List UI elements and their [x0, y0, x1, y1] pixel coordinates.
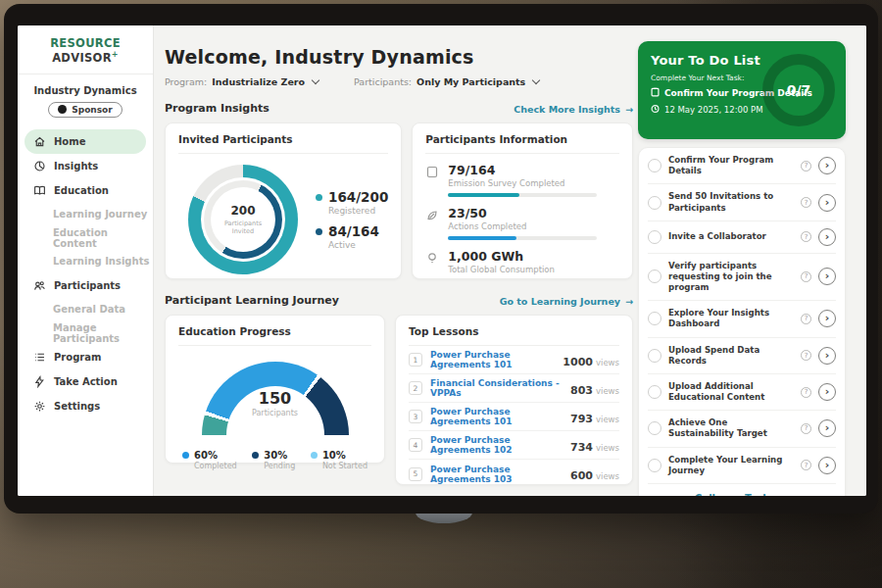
participants-information-title: Participants Information: [425, 133, 619, 154]
sidebar-item-settings[interactable]: Settings: [18, 394, 153, 418]
lesson-views: 1000: [563, 356, 593, 368]
sidebar-item-manage-participants[interactable]: Manage Participants: [18, 321, 153, 345]
sidebar-item-label: Education Content: [53, 227, 153, 249]
chevron-right-icon[interactable]: ›: [818, 228, 836, 246]
sidebar-item-label: Program: [54, 352, 101, 363]
help-icon[interactable]: ?: [801, 350, 811, 361]
task-row-confirm-program[interactable]: Confirm Your Program Details ? ›: [648, 148, 836, 184]
gear-icon: [32, 399, 46, 413]
task-checkbox[interactable]: [648, 196, 662, 210]
sidebar-item-participants[interactable]: Participants: [18, 273, 153, 298]
program-filter[interactable]: Program: Industrialize Zero: [165, 76, 318, 87]
survey-icon: [425, 166, 439, 178]
task-row-send-invitations[interactable]: Send 50 Invitations to Participants ? ›: [648, 184, 836, 220]
lesson-link[interactable]: Power Purchase Agreements 101: [430, 350, 555, 369]
monitor-bezel: RESOURCE ADVISOR+ Industry Dynamics Spon…: [4, 4, 878, 514]
task-checkbox[interactable]: [648, 459, 662, 472]
sidebar-item-general-data[interactable]: General Data: [18, 298, 153, 321]
task-checkbox[interactable]: [648, 349, 662, 363]
task-label: Send 50 Invitations to Participants: [668, 191, 794, 213]
todo-task-list: Confirm Your Program Details ? › Send 50…: [638, 147, 846, 496]
participants-filter-label: Participants:: [354, 76, 412, 87]
sidebar-item-learning-insights[interactable]: Learning Insights: [18, 250, 153, 273]
completed-dot-icon: [182, 452, 189, 459]
chevron-right-icon[interactable]: ›: [818, 347, 836, 365]
chevron-right-icon[interactable]: ›: [818, 310, 836, 327]
chevron-right-icon[interactable]: ›: [818, 194, 836, 212]
lesson-link[interactable]: Financial Considerations - VPPAs: [430, 378, 563, 398]
task-row-verify-participants[interactable]: Verify participants requesting to join t…: [648, 254, 836, 302]
help-icon[interactable]: ?: [801, 423, 811, 434]
task-checkbox[interactable]: [648, 385, 662, 399]
task-row-upload-spend-data[interactable]: Upload Spend Data Records ? ›: [648, 338, 836, 374]
org-name: Industry Dynamics: [18, 85, 153, 96]
sponsor-icon: [58, 105, 67, 114]
sidebar-item-home[interactable]: Home: [24, 129, 146, 154]
consumption-value: 1,000 GWh: [448, 249, 555, 264]
task-row-achieve-target[interactable]: Achieve One Sustainability Target ? ›: [648, 411, 836, 447]
donut-center-value: 200: [230, 204, 255, 218]
collapse-tasks-link[interactable]: Collapse Tasks ∧: [648, 484, 836, 496]
help-icon[interactable]: ?: [801, 314, 811, 324]
sidebar-item-label: Learning Journey: [53, 209, 147, 220]
help-icon[interactable]: ?: [801, 387, 811, 398]
lesson-views-label: views: [596, 358, 619, 368]
help-icon[interactable]: ?: [801, 161, 811, 172]
collapse-caret-icon: ∧: [781, 493, 789, 496]
task-checkbox[interactable]: [648, 230, 662, 244]
top-lessons-card: Top Lessons 1 Power Purchase Agreements …: [395, 315, 633, 485]
chevron-right-icon[interactable]: ›: [818, 419, 836, 437]
help-icon[interactable]: ?: [801, 231, 811, 242]
chevron-right-icon[interactable]: ›: [818, 268, 836, 285]
legend-pending: 30% Pending: [252, 450, 295, 470]
bulb-icon: [425, 252, 439, 265]
check-more-insights-link[interactable]: Check More Insights →: [514, 104, 633, 115]
help-icon[interactable]: ?: [801, 271, 811, 282]
help-icon[interactable]: ?: [801, 460, 811, 470]
sidebar-item-learning-journey[interactable]: Learning Journey: [18, 203, 153, 226]
lesson-link[interactable]: Power Purchase Agreements 102: [430, 435, 563, 455]
sidebar-item-insights[interactable]: Insights: [18, 154, 153, 178]
participants-information-card: Participants Information 79/164 Emission…: [412, 122, 633, 279]
chevron-right-icon[interactable]: ›: [818, 457, 836, 474]
main-column: Welcome, Industry Dynamics Program: Indu…: [165, 25, 633, 496]
sponsor-badge-label: Sponsor: [72, 105, 113, 115]
task-checkbox[interactable]: [648, 159, 662, 172]
clipboard-icon: [651, 87, 660, 99]
sidebar-item-take-action[interactable]: Take Action: [18, 369, 153, 394]
sidebar-item-education-content[interactable]: Education Content: [18, 226, 153, 250]
task-row-complete-learning-journey[interactable]: Complete Your Learning Journey ? ›: [648, 448, 836, 484]
chevron-down-icon: [312, 76, 319, 84]
active-dot-icon: [316, 228, 322, 235]
task-row-upload-educational-content[interactable]: Upload Additional Educational Content ? …: [648, 374, 836, 411]
lesson-rank: 5: [409, 467, 422, 481]
lesson-views: 600: [570, 469, 593, 482]
registered-label: Registered: [328, 206, 388, 216]
gauge-center-value: 150: [202, 389, 349, 408]
insights-icon: [32, 159, 46, 172]
sidebar-item-education[interactable]: Education: [18, 178, 153, 203]
filters-row: Program: Industrialize Zero Participants…: [165, 76, 633, 87]
task-label: Upload Additional Educational Content: [668, 381, 794, 403]
participants-filter[interactable]: Participants: Only My Participants: [354, 76, 539, 87]
todo-summary-card: Your To Do List Complete Your Next Task:…: [638, 41, 846, 139]
lesson-link[interactable]: Power Purchase Agreements 101: [430, 407, 563, 426]
task-row-invite-collaborator[interactable]: Invite a Collaborator ? ›: [648, 221, 836, 254]
lesson-views: 793: [570, 413, 593, 425]
sidebar-item-program[interactable]: Program: [18, 345, 153, 369]
education-progress-card: Education Progress 150 Participants: [165, 315, 385, 464]
help-icon[interactable]: ?: [801, 197, 811, 208]
task-row-explore-insights[interactable]: Explore Your Insights Dashboard ? ›: [648, 301, 836, 337]
lesson-rank: 4: [409, 438, 422, 452]
lesson-link[interactable]: Power Purchase Agreements 103: [430, 465, 563, 484]
chevron-right-icon[interactable]: ›: [818, 383, 836, 401]
task-checkbox[interactable]: [648, 421, 662, 435]
sidebar-nav: Home Insights Education Learning Journey: [18, 129, 153, 418]
book-icon: [32, 183, 46, 197]
lesson-rank: 1: [409, 353, 422, 367]
task-checkbox[interactable]: [648, 270, 662, 283]
task-checkbox[interactable]: [648, 312, 662, 325]
list-icon: [32, 350, 46, 364]
chevron-right-icon[interactable]: ›: [818, 157, 836, 174]
go-to-learning-journey-link[interactable]: Go to Learning Journey →: [500, 296, 633, 307]
